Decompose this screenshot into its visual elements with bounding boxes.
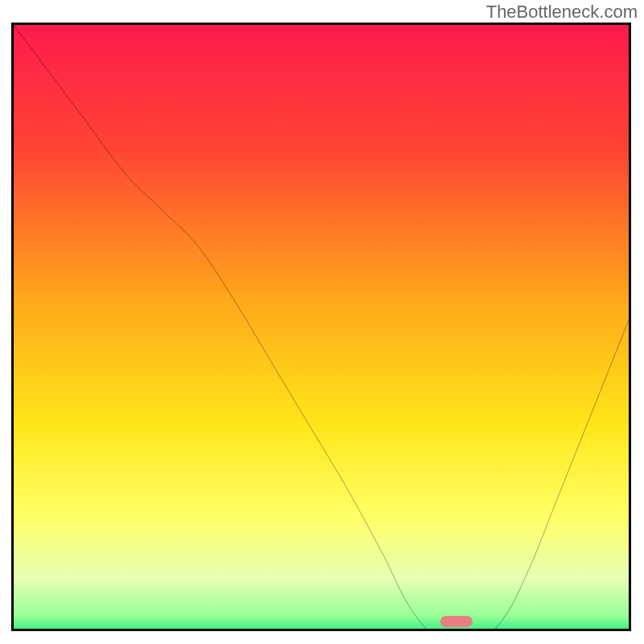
optimal-point-marker [440,616,473,627]
chart-plot-area [11,23,631,631]
bottleneck-curve-line [14,25,629,631]
watermark-label: TheBottleneck.com [486,2,638,23]
chart-curve [14,25,629,631]
